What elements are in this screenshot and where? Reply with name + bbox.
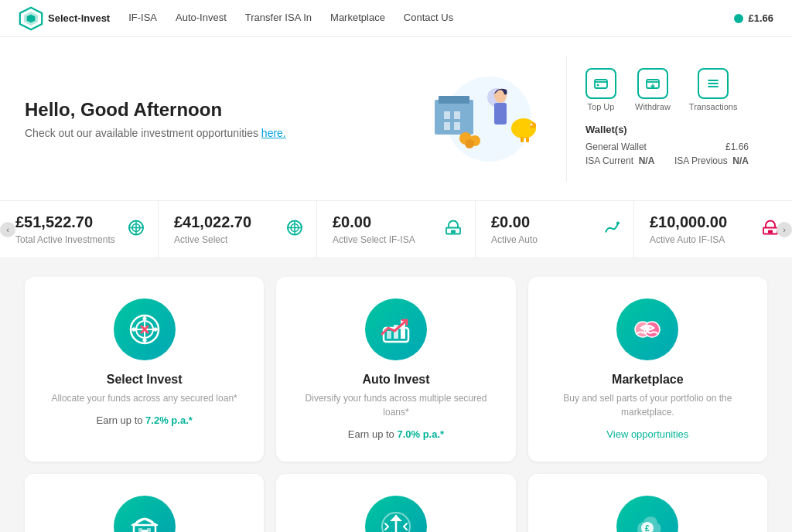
wallet-action-icon-withdraw xyxy=(637,68,668,99)
svg-rect-43 xyxy=(387,331,391,339)
wallet-general-value: £1.66 xyxy=(725,142,749,152)
cards-grid: Select InvestAllocate your funds across … xyxy=(25,277,767,532)
card-desc-select-invest: Allocate your funds across any secured l… xyxy=(52,391,237,405)
svg-rect-7 xyxy=(454,111,460,119)
card-select-invest: Select InvestAllocate your funds across … xyxy=(25,277,264,462)
nav-balance-value: £1.66 xyxy=(748,12,773,24)
card-icon-if-isa xyxy=(114,496,176,532)
hero-illustration xyxy=(411,73,566,165)
card-icon-marketplace xyxy=(616,298,678,360)
wallet-isa-previous-label: ISA Previous N/A xyxy=(674,155,749,166)
stats-next-arrow[interactable]: › xyxy=(777,222,792,237)
wallet-action-icon-transactions xyxy=(698,68,729,99)
svg-rect-16 xyxy=(526,137,529,142)
stat-card-3: £0.00 Active Auto xyxy=(476,201,634,257)
stat-value-0: £51,522.70 xyxy=(15,213,142,231)
nav-link-auto-invest[interactable]: Auto-Invest xyxy=(176,9,227,28)
stat-icon-2 xyxy=(444,218,463,240)
stat-value-4: £10,000.00 xyxy=(650,213,777,231)
navbar: Select-Invest IF-ISAAuto-InvestTransfer … xyxy=(0,0,792,37)
nav-link-marketplace[interactable]: Marketplace xyxy=(330,9,385,28)
card-sipps: £ SIPPsDiversify your funds across multi… xyxy=(528,474,767,532)
stats-bar: ‹ £51,522.70 Total Active Investments £4… xyxy=(0,200,792,258)
card-title-marketplace: Marketplace xyxy=(612,373,684,387)
nav-brand-label: Select-Invest xyxy=(48,12,110,24)
nav-links: IF-ISAAuto-InvestTransfer ISA InMarketpl… xyxy=(128,9,734,28)
wallet-section-title: Wallet(s) xyxy=(585,124,749,135)
svg-rect-33 xyxy=(451,230,456,233)
card-icon-transfer-isa xyxy=(365,496,427,532)
svg-point-17 xyxy=(531,123,533,125)
nav-link-if-isa[interactable]: IF-ISA xyxy=(128,9,157,28)
svg-point-34 xyxy=(616,221,620,224)
card-link-marketplace[interactable]: View opportunities xyxy=(606,428,688,440)
wallet-action-top-up[interactable]: Top Up xyxy=(585,68,616,111)
svg-rect-12 xyxy=(494,103,507,124)
stat-icon-0 xyxy=(127,218,145,240)
hero-title: Hello, Good Afternoon xyxy=(25,99,411,121)
card-icon-sipps: £ xyxy=(616,496,678,532)
svg-rect-9 xyxy=(454,122,460,130)
stat-value-1: £41,022.70 xyxy=(174,213,301,231)
svg-rect-36 xyxy=(768,230,773,233)
stats-prev-arrow[interactable]: ‹ xyxy=(0,222,15,237)
wallet-action-transactions[interactable]: Transactions xyxy=(689,68,738,111)
svg-point-13 xyxy=(511,118,536,138)
stat-card-1: £41,022.70 Active Select xyxy=(159,201,317,257)
svg-rect-52 xyxy=(147,528,151,532)
stat-value-3: £0.00 xyxy=(491,213,618,231)
svg-rect-6 xyxy=(444,111,450,119)
stat-icon-1 xyxy=(285,218,304,240)
card-icon-select-invest xyxy=(114,298,176,360)
card-earn-auto-invest: Earn up to 7.0% p.a.* xyxy=(348,428,444,440)
hero-text: Hello, Good Afternoon Check out our avai… xyxy=(25,99,411,139)
card-if-isa: IF-ISAOpen an IF-ISA and/or Invest Tax F… xyxy=(25,474,264,532)
card-title-auto-invest: Auto Invest xyxy=(362,373,429,387)
stat-card-2: £0.00 Active Select IF-ISA xyxy=(317,201,476,257)
svg-point-22 xyxy=(597,84,599,87)
hero-link[interactable]: here. xyxy=(261,127,286,139)
stat-label-1: Active Select xyxy=(174,234,301,245)
wallet-general-row: General Wallet £1.66 xyxy=(585,142,749,152)
card-auto-invest: Auto InvestDiversify your funds across m… xyxy=(276,277,515,462)
wallet-actions: Top Up Withdraw Transactions xyxy=(585,68,749,111)
svg-text:£: £ xyxy=(645,524,650,532)
svg-point-20 xyxy=(465,139,474,148)
stat-icon-3 xyxy=(603,218,621,240)
card-transfer-isa: Transfer my existing ISA to KuflinkOpen … xyxy=(276,474,515,532)
nav-balance: £1.66 xyxy=(734,12,773,24)
stat-card-0: £51,522.70 Total Active Investments xyxy=(0,201,159,257)
wallet-isa-current-label: ISA Current N/A xyxy=(585,155,654,166)
card-desc-marketplace: Buy and sell parts of your portfolio on … xyxy=(544,391,752,419)
stat-label-2: Active Select IF-ISA xyxy=(333,234,459,245)
balance-indicator xyxy=(734,14,743,23)
svg-rect-15 xyxy=(521,137,524,142)
stat-label-3: Active Auto xyxy=(491,234,618,245)
card-earn-select-invest: Earn up to 7.2% p.a.* xyxy=(97,414,193,426)
main-content: Select InvestAllocate your funds across … xyxy=(0,258,792,532)
stat-label-0: Total Active Investments xyxy=(15,234,142,245)
hero-wallet: Top Up Withdraw Transactions Wallet(s) G… xyxy=(566,56,767,182)
wallet-isa-row: ISA Current N/A ISA Previous N/A xyxy=(585,155,749,166)
nav-link-transfer-isa[interactable]: Transfer ISA In xyxy=(245,9,312,28)
svg-rect-8 xyxy=(444,122,450,130)
wallet-action-withdraw[interactable]: Withdraw xyxy=(635,68,671,111)
stat-value-2: £0.00 xyxy=(333,213,459,231)
wallet-action-icon-top up xyxy=(585,68,616,99)
svg-point-48 xyxy=(645,326,650,330)
card-title-select-invest: Select Invest xyxy=(107,373,183,387)
wallet-action-label-transactions: Transactions xyxy=(689,102,738,111)
card-desc-auto-invest: Diversify your funds across multiple sec… xyxy=(292,391,500,419)
stat-card-4: £10,000.00 Active Auto IF-ISA xyxy=(634,201,792,257)
hero-subtitle: Check out our available investment oppor… xyxy=(25,127,411,139)
nav-link-contact-us[interactable]: Contact Us xyxy=(404,9,453,28)
svg-rect-21 xyxy=(595,80,607,88)
hero-section: Hello, Good Afternoon Check out our avai… xyxy=(0,37,792,200)
svg-rect-5 xyxy=(439,96,469,104)
wallet-action-label-withdraw: Withdraw xyxy=(635,102,671,111)
wallet-action-label-top up: Top Up xyxy=(588,102,615,111)
logo[interactable]: Select-Invest xyxy=(19,6,110,31)
svg-rect-51 xyxy=(138,528,142,532)
card-icon-auto-invest xyxy=(365,298,427,360)
card-marketplace: MarketplaceBuy and sell parts of your po… xyxy=(528,277,767,462)
